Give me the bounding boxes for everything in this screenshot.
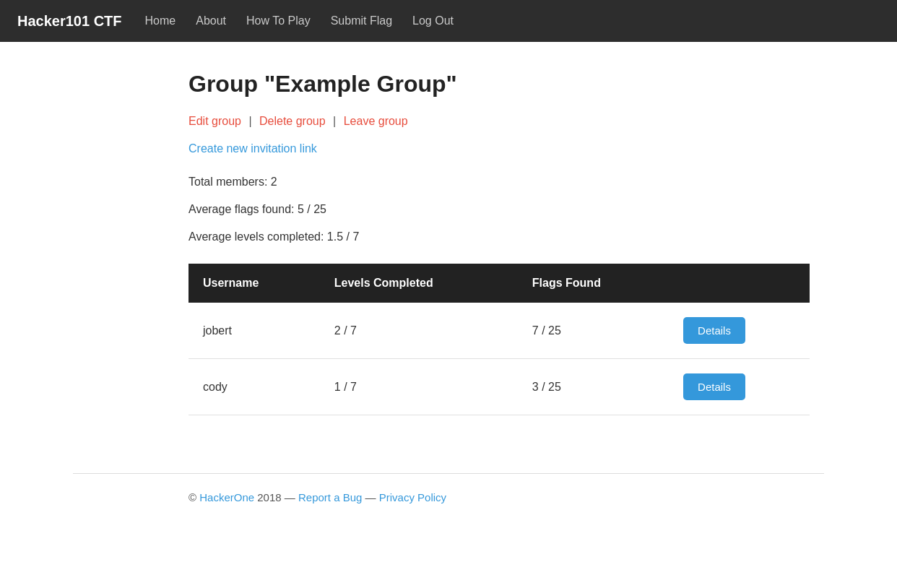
footer-copyright: © [188, 491, 199, 503]
separator-1: | [248, 115, 251, 127]
nav-how-to-play[interactable]: How To Play [246, 14, 311, 27]
footer-year: 2018 — [257, 491, 298, 503]
separator-2: | [333, 115, 336, 127]
footer: © HackerOne 2018 — Report a Bug — Privac… [73, 473, 824, 521]
details-button-jobert[interactable]: Details [683, 317, 745, 344]
total-members-stat: Total members: 2 [188, 176, 810, 189]
table-header: Username Levels Completed Flags Found [188, 264, 810, 303]
footer-report-bug-link[interactable]: Report a Bug [298, 491, 362, 503]
footer-privacy-link[interactable]: Privacy Policy [379, 491, 446, 503]
edit-group-link[interactable]: Edit group [188, 115, 241, 127]
levels-cody: 1 / 7 [320, 359, 518, 415]
flags-jobert: 7 / 25 [518, 303, 669, 359]
table-row: jobert 2 / 7 7 / 25 Details [188, 303, 810, 359]
main-content: Group "Example Group" Edit group | Delet… [73, 42, 824, 473]
table-body: jobert 2 / 7 7 / 25 Details cody 1 / 7 3… [188, 303, 810, 415]
action-cody: Details [669, 359, 810, 415]
username-jobert: jobert [188, 303, 320, 359]
group-actions: Edit group | Delete group | Leave group [188, 115, 810, 128]
col-flags: Flags Found [518, 264, 669, 303]
navbar: Hacker101 CTF Home About How To Play Sub… [0, 0, 897, 42]
stats-section: Total members: 2 Average flags found: 5 … [188, 176, 810, 243]
navbar-links: Home About How To Play Submit Flag Log O… [145, 14, 454, 27]
flags-cody: 3 / 25 [518, 359, 669, 415]
delete-group-link[interactable]: Delete group [259, 115, 326, 127]
nav-submit-flag[interactable]: Submit Flag [331, 14, 392, 27]
col-action [669, 264, 810, 303]
nav-home[interactable]: Home [145, 14, 176, 27]
page-title: Group "Example Group" [188, 71, 810, 98]
details-button-cody[interactable]: Details [683, 373, 745, 400]
footer-dash2: — [362, 491, 378, 503]
nav-about[interactable]: About [196, 14, 226, 27]
col-username: Username [188, 264, 320, 303]
username-cody: cody [188, 359, 320, 415]
levels-jobert: 2 / 7 [320, 303, 518, 359]
leave-group-link[interactable]: Leave group [344, 115, 408, 127]
nav-log-out[interactable]: Log Out [412, 14, 454, 27]
avg-levels-stat: Average levels completed: 1.5 / 7 [188, 230, 810, 243]
action-jobert: Details [669, 303, 810, 359]
navbar-brand: Hacker101 CTF [17, 13, 122, 30]
create-invitation-link[interactable]: Create new invitation link [188, 142, 317, 155]
members-table: Username Levels Completed Flags Found jo… [188, 264, 810, 415]
col-levels: Levels Completed [320, 264, 518, 303]
avg-flags-stat: Average flags found: 5 / 25 [188, 203, 810, 216]
table-row: cody 1 / 7 3 / 25 Details [188, 359, 810, 415]
footer-hackerone-link[interactable]: HackerOne [199, 491, 254, 503]
